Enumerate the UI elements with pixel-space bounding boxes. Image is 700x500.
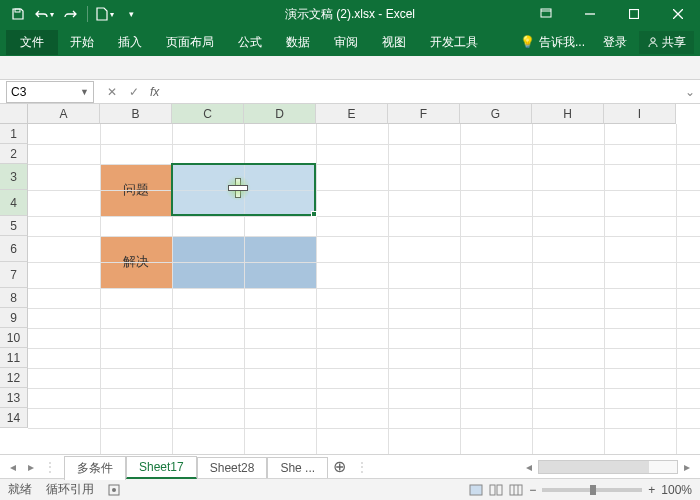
- add-sheet-button[interactable]: ⊕: [328, 457, 350, 476]
- file-tab[interactable]: 文件: [6, 30, 58, 55]
- tab-view[interactable]: 视图: [370, 30, 418, 55]
- row-header-5[interactable]: 5: [0, 216, 28, 236]
- svg-rect-1: [541, 9, 551, 17]
- row-header-1[interactable]: 1: [0, 124, 28, 144]
- hscroll-thumb[interactable]: [539, 461, 649, 473]
- col-header-D[interactable]: D: [244, 104, 316, 124]
- col-header-C[interactable]: C: [172, 104, 244, 124]
- row-header-14[interactable]: 14: [0, 408, 28, 428]
- view-pagelayout-icon[interactable]: [489, 484, 503, 496]
- view-pagebreak-icon[interactable]: [509, 484, 523, 496]
- tell-me-search[interactable]: 💡告诉我...: [514, 32, 591, 53]
- svg-rect-6: [470, 485, 482, 495]
- sheet-tab-1[interactable]: Sheet17: [126, 456, 197, 479]
- person-icon: [647, 36, 659, 48]
- svg-rect-7: [490, 485, 495, 495]
- hscroll-track[interactable]: [538, 460, 678, 474]
- col-header-B[interactable]: B: [100, 104, 172, 124]
- maximize-button[interactable]: [612, 0, 656, 28]
- svg-rect-8: [497, 485, 502, 495]
- row-header-10[interactable]: 10: [0, 328, 28, 348]
- sheet-tab-0[interactable]: 多条件: [64, 456, 126, 480]
- row-headers: 1234567891011121314: [0, 124, 28, 428]
- selection-rectangle: [171, 163, 316, 216]
- bulb-icon: 💡: [520, 35, 535, 49]
- tab-insert[interactable]: 插入: [106, 30, 154, 55]
- status-bar: 就绪 循环引用 − + 100%: [0, 478, 700, 500]
- status-ready: 就绪: [8, 481, 32, 498]
- sheet-tab-bar: ◂ ▸ ⋮ 多条件 Sheet17 Sheet28 She ... ⊕ ⋮ ◂ …: [0, 454, 700, 478]
- col-header-I[interactable]: I: [604, 104, 676, 124]
- undo-button[interactable]: ▾: [32, 3, 56, 25]
- row-header-7[interactable]: 7: [0, 262, 28, 288]
- expand-formula-bar-button[interactable]: ⌄: [680, 85, 700, 99]
- select-all-corner[interactable]: [0, 104, 28, 124]
- sheet-nav-prev[interactable]: ▸: [24, 460, 38, 474]
- row-header-12[interactable]: 12: [0, 368, 28, 388]
- status-circular-ref: 循环引用: [46, 481, 94, 498]
- zoom-out-button[interactable]: −: [529, 483, 536, 497]
- formula-input[interactable]: [167, 82, 680, 102]
- col-header-F[interactable]: F: [388, 104, 460, 124]
- col-header-A[interactable]: A: [28, 104, 100, 124]
- save-button[interactable]: [6, 3, 30, 25]
- quick-access-toolbar: ▾ ▾ ▾: [0, 3, 143, 25]
- col-header-H[interactable]: H: [532, 104, 604, 124]
- svg-rect-0: [15, 9, 20, 12]
- hscroll-right[interactable]: ▸: [680, 460, 694, 474]
- col-header-G[interactable]: G: [460, 104, 532, 124]
- name-box[interactable]: ▼: [6, 81, 94, 103]
- tab-developer[interactable]: 开发工具: [418, 30, 490, 55]
- ribbon-options-button[interactable]: [524, 0, 568, 28]
- worksheet-grid[interactable]: ABCDEFGHI 1234567891011121314 问题 解决: [0, 104, 700, 454]
- signin-button[interactable]: 登录: [595, 31, 635, 54]
- row-header-11[interactable]: 11: [0, 348, 28, 368]
- minimize-button[interactable]: [568, 0, 612, 28]
- titlebar: ▾ ▾ ▾ 演示文稿 (2).xlsx - Excel: [0, 0, 700, 28]
- sheet-nav-first[interactable]: ◂: [6, 460, 20, 474]
- svg-point-3: [651, 38, 655, 42]
- hscroll-left[interactable]: ◂: [522, 460, 536, 474]
- row-header-8[interactable]: 8: [0, 288, 28, 308]
- redo-button[interactable]: [58, 3, 82, 25]
- row-header-2[interactable]: 2: [0, 144, 28, 164]
- zoom-level[interactable]: 100%: [661, 483, 692, 497]
- svg-point-5: [112, 488, 116, 492]
- sheet-tab-3[interactable]: She ...: [267, 457, 328, 478]
- formula-bar: ▼ ✕ ✓ fx ⌄: [0, 80, 700, 104]
- window-title: 演示文稿 (2).xlsx - Excel: [285, 6, 415, 23]
- column-headers: ABCDEFGHI: [28, 104, 676, 124]
- row-header-13[interactable]: 13: [0, 388, 28, 408]
- zoom-in-button[interactable]: +: [648, 483, 655, 497]
- view-normal-icon[interactable]: [469, 484, 483, 496]
- svg-rect-2: [630, 10, 639, 19]
- name-box-dropdown-icon[interactable]: ▼: [80, 87, 89, 97]
- tab-home[interactable]: 开始: [58, 30, 106, 55]
- row-header-4[interactable]: 4: [0, 190, 28, 216]
- ribbon-tabs: 文件 开始 插入 页面布局 公式 数据 审阅 视图 开发工具 💡告诉我... 登…: [0, 28, 700, 56]
- close-button[interactable]: [656, 0, 700, 28]
- cancel-entry-button[interactable]: ✕: [102, 82, 122, 102]
- fill-handle[interactable]: [311, 211, 317, 217]
- confirm-entry-button[interactable]: ✓: [124, 82, 144, 102]
- row-header-3[interactable]: 3: [0, 164, 28, 190]
- new-doc-button[interactable]: ▾: [93, 3, 117, 25]
- tab-data[interactable]: 数据: [274, 30, 322, 55]
- tab-review[interactable]: 审阅: [322, 30, 370, 55]
- zoom-thumb[interactable]: [590, 485, 596, 495]
- col-header-E[interactable]: E: [316, 104, 388, 124]
- record-macro-icon[interactable]: [108, 484, 120, 496]
- svg-rect-9: [510, 485, 522, 495]
- tab-page-layout[interactable]: 页面布局: [154, 30, 226, 55]
- ribbon-body-collapsed: [0, 56, 700, 80]
- window-controls: [524, 0, 700, 28]
- share-button[interactable]: 共享: [639, 31, 694, 54]
- zoom-slider[interactable]: [542, 488, 642, 492]
- row-header-9[interactable]: 9: [0, 308, 28, 328]
- qat-customize-button[interactable]: ▾: [119, 3, 143, 25]
- row-header-6[interactable]: 6: [0, 236, 28, 262]
- name-box-input[interactable]: [11, 85, 71, 99]
- sheet-tab-2[interactable]: Sheet28: [197, 457, 268, 478]
- tab-formulas[interactable]: 公式: [226, 30, 274, 55]
- fx-icon[interactable]: fx: [150, 85, 159, 99]
